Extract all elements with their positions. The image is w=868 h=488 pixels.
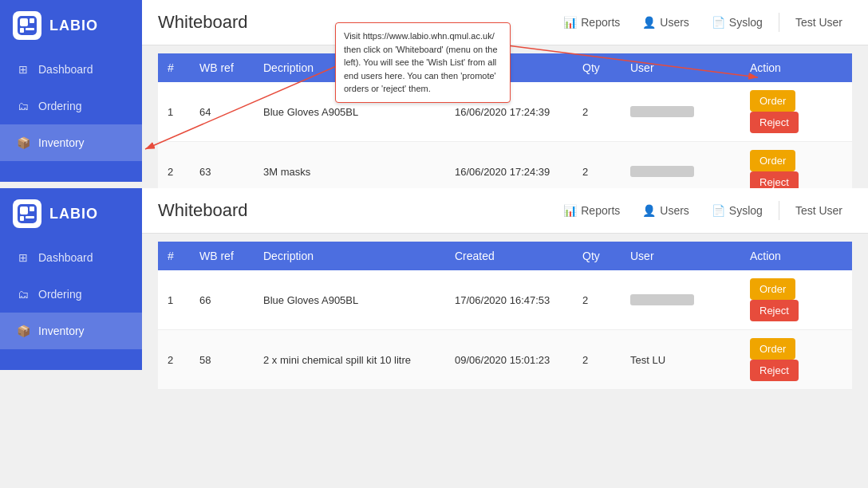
blurred-user-1-2 [630, 166, 694, 177]
cell-user-1-1 [621, 82, 740, 142]
sidebar-item-inventory-1[interactable]: 📦 Inventory [0, 124, 142, 161]
order-btn-2-1[interactable]: Order [750, 278, 795, 300]
blurred-user-2-1 [630, 294, 694, 305]
logo-area-2: LABIO [0, 188, 142, 239]
sidebar-label-inventory-2: Inventory [38, 325, 85, 337]
users-icon-2: 👤 [642, 204, 656, 217]
sidebar-2: LABIO ⊞ Dashboard 🗂 Ordering 📦 Inventory [0, 188, 142, 370]
th-wbref-1: WB ref [190, 53, 254, 82]
cell-num-2-1: 1 [158, 270, 190, 330]
syslog-icon-2: 📄 [712, 204, 725, 217]
sidebar-label-dashboard-1: Dashboard [38, 63, 93, 76]
cell-qty-1-1: 2 [573, 82, 621, 142]
syslog-label-2: Syslog [729, 204, 763, 217]
reject-btn-2-2[interactable]: Reject [750, 360, 799, 381]
reports-label-1: Reports [581, 16, 620, 29]
topbar-2: Whiteboard 📊 Reports 👤 Users 📄 Syslog [142, 188, 868, 234]
logo-icon-1 [16, 14, 38, 37]
th-action-2: Action [740, 242, 852, 270]
cell-created-2-2: 09/06/2020 15:01:23 [445, 330, 573, 390]
cell-num-1-1: 1 [158, 82, 190, 142]
table-header-row-2: # WB ref Decription Created Qty User Act… [158, 242, 852, 270]
th-num-2: # [158, 242, 190, 270]
logo-box-2 [13, 199, 41, 228]
order-btn-1-2[interactable]: Order [750, 150, 795, 171]
th-qty-2: Qty [573, 242, 621, 270]
sidebar-item-ordering-2[interactable]: 🗂 Ordering [0, 276, 142, 313]
th-qty-1: Qty [573, 53, 621, 82]
th-wbref-2: WB ref [190, 242, 254, 270]
cell-action-2-1: Order Reject [740, 270, 852, 330]
reports-icon-1: 📊 [563, 16, 577, 29]
sidebar-label-ordering-2: Ordering [38, 288, 81, 301]
svg-rect-11 [20, 216, 24, 221]
cell-user-2-1 [621, 270, 740, 330]
th-desc-2: Decription [254, 242, 445, 270]
table-row-2-1: 1 66 Blue Gloves A905BL 17/06/2020 16:47… [158, 270, 852, 330]
svg-rect-10 [20, 207, 28, 214]
svg-rect-3 [26, 28, 34, 30]
logo-box-1 [13, 11, 41, 40]
logo-text-2: LABIO [49, 206, 98, 222]
sidebar-label-inventory-1: Inventory [38, 136, 85, 149]
cell-user-2-2: Test LU [621, 330, 740, 390]
logo-area-1: LABIO [0, 0, 142, 51]
nav-reports-1[interactable]: 📊 Reports [554, 11, 629, 33]
cell-qty-2-1: 2 [573, 270, 621, 330]
cell-qty-2-2: 2 [573, 330, 621, 390]
topbar-divider-2 [779, 201, 779, 220]
cell-num-2-2: 2 [158, 330, 190, 390]
blurred-user-1-1 [630, 106, 694, 117]
cell-desc-2-1: Blue Gloves A905BL [254, 270, 445, 330]
cell-action-1-1: Order Reject [740, 82, 852, 142]
whiteboard-table-2: # WB ref Decription Created Qty User Act… [158, 242, 852, 390]
nav-users-2[interactable]: 👤 Users [633, 199, 699, 222]
nav-syslog-2[interactable]: 📄 Syslog [702, 199, 772, 222]
logo-icon-2 [16, 203, 38, 225]
reports-icon-2: 📊 [563, 204, 577, 217]
svg-rect-1 [20, 18, 28, 26]
topbar-divider-1 [779, 13, 779, 32]
dashboard-icon-2: ⊞ [16, 250, 30, 265]
svg-rect-2 [20, 28, 24, 33]
sidebar-item-ordering-1[interactable]: 🗂 Ordering [0, 88, 142, 124]
sidebar-label-ordering-1: Ordering [38, 100, 81, 112]
cell-wbref-1-1: 64 [190, 82, 254, 142]
nav-syslog-1[interactable]: 📄 Syslog [702, 11, 772, 33]
tooltip-popup-1: Visit https://www.labio.whn.qmul.ac.uk/ … [335, 22, 511, 103]
syslog-icon-1: 📄 [712, 16, 725, 29]
app-panels: LABIO ⊞ Dashboard 🗂 Ordering 📦 Inventory [0, 0, 868, 488]
order-btn-1-1[interactable]: Order [750, 90, 795, 112]
inventory-icon-2: 📦 [16, 324, 30, 338]
sidebar-nav-2: ⊞ Dashboard 🗂 Ordering 📦 Inventory [0, 239, 142, 349]
dashboard-icon-1: ⊞ [16, 62, 30, 77]
reject-btn-1-1[interactable]: Reject [750, 112, 799, 133]
tooltip-text-1: Visit https://www.labio.whn.qmul.ac.uk/ … [344, 31, 498, 93]
syslog-label-1: Syslog [729, 16, 763, 29]
users-label-2: Users [660, 204, 689, 217]
table-row-2-2: 2 58 2 x mini chemical spill kit 10 litr… [158, 330, 852, 390]
inventory-icon-1: 📦 [16, 136, 30, 150]
panel-2: LABIO ⊞ Dashboard 🗂 Ordering 📦 Inventory [0, 188, 868, 370]
reject-btn-2-1[interactable]: Reject [750, 300, 799, 321]
sidebar-label-dashboard-2: Dashboard [38, 251, 93, 264]
sidebar-item-dashboard-1[interactable]: ⊞ Dashboard [0, 51, 142, 88]
th-created-2: Created [445, 242, 573, 270]
sidebar-item-inventory-2[interactable]: 📦 Inventory [0, 313, 142, 349]
topbar-nav-2: 📊 Reports 👤 Users 📄 Syslog Test User [554, 199, 852, 222]
users-icon-1: 👤 [642, 16, 656, 29]
order-btn-2-2[interactable]: Order [750, 338, 795, 360]
main-content-1: Whiteboard 📊 Reports 👤 Users 📄 Syslog [142, 0, 868, 182]
nav-reports-2[interactable]: 📊 Reports [554, 199, 629, 222]
svg-rect-12 [26, 216, 34, 218]
sidebar-nav-1: ⊞ Dashboard 🗂 Ordering 📦 Inventory [0, 51, 142, 161]
sidebar-item-dashboard-2[interactable]: ⊞ Dashboard [0, 239, 142, 276]
user-label-2: Test User [786, 199, 852, 222]
nav-users-1[interactable]: 👤 Users [633, 11, 699, 33]
reports-label-2: Reports [581, 204, 620, 217]
th-user-2: User [621, 242, 740, 270]
sidebar-1: LABIO ⊞ Dashboard 🗂 Ordering 📦 Inventory [0, 0, 142, 182]
cell-action-2-2: Order Reject [740, 330, 852, 390]
ordering-icon-2: 🗂 [16, 287, 30, 301]
page-title-2: Whiteboard [158, 200, 538, 221]
